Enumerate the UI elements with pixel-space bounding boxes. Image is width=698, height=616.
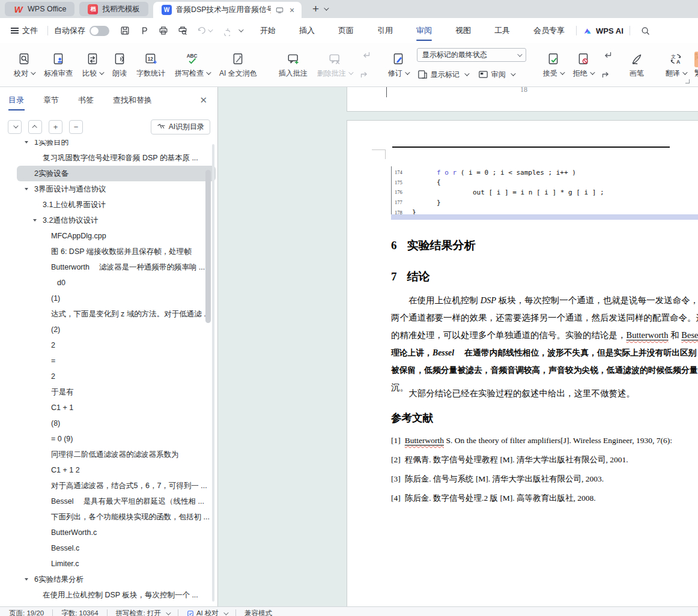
accept-change-button[interactable]: 接受	[538, 46, 568, 84]
spell-check-button[interactable]: ABC拼写检查	[170, 46, 214, 84]
expand-all-button[interactable]	[8, 120, 22, 134]
insert-comment-button[interactable]: 插入批注	[274, 46, 312, 84]
toc-item[interactable]: (1)	[0, 291, 218, 306]
collapse-all-button[interactable]	[28, 120, 42, 134]
markup-state-dropdown[interactable]: 显示标记的最终状态	[417, 48, 526, 62]
menu-item-0[interactable]: 开始	[259, 23, 276, 38]
close-tab-icon[interactable]: ×	[288, 5, 296, 15]
toc-item[interactable]: 下面列出，各个功能模块实现的函数，包括初 ...	[0, 509, 218, 525]
proofread-button[interactable]: 校对	[9, 46, 39, 84]
toc-item[interactable]: C1 + 1	[0, 400, 218, 415]
sidebar-scroll-track[interactable]	[212, 144, 214, 602]
ai-detect-toc-button[interactable]: AI识别目录	[151, 119, 210, 134]
quick-toolbar-dropdown-icon[interactable]	[234, 29, 246, 32]
track-changes-button[interactable]: 修订	[383, 46, 413, 84]
standard-review-button[interactable]: 标准审查	[39, 46, 77, 84]
compare-button[interactable]: 比较	[77, 46, 108, 84]
toc-item[interactable]: 同理得二阶低通滤波器的滤波器系数为	[0, 447, 218, 462]
next-change-icon[interactable]	[601, 68, 613, 80]
sidebar-scrollbar[interactable]	[205, 170, 211, 323]
file-menu-button[interactable]: 文件	[7, 25, 41, 36]
show-markup-button[interactable]: 显示标记	[417, 67, 468, 82]
tab-docer-templates[interactable]: 档 找稻壳模板	[79, 2, 148, 16]
reference-entry: [2]程佩青. 数字信号处理教程 [M]. 清华大学出版社有限公司, 2001.	[391, 450, 672, 470]
wps-ai-button[interactable]: WPS AI	[583, 26, 624, 35]
toc-item[interactable]: ButterWorth.c	[0, 525, 218, 540]
previous-comment-icon[interactable]	[359, 50, 371, 62]
toc-item[interactable]: 2	[0, 369, 218, 384]
undo-icon[interactable]	[192, 26, 216, 36]
ai-polish-button[interactable]: AI 全文润色	[214, 46, 262, 84]
ink-brush-button[interactable]: 画笔	[625, 46, 649, 84]
print-preview-icon[interactable]	[173, 25, 192, 36]
toc-item[interactable]: MFCAppDlg.cpp	[0, 228, 218, 244]
translate-button[interactable]: 文A翻译	[661, 46, 691, 84]
toc-item[interactable]: 2	[0, 337, 218, 353]
page-18-fragment[interactable]: 18	[347, 87, 698, 112]
ribbon-expand-icon[interactable]	[685, 79, 690, 83]
toc-item[interactable]: 对于高通滤波器，结合式5，6，7，可得到一 ...	[0, 478, 218, 494]
toc-item[interactable]: =	[0, 353, 218, 369]
toc-item[interactable]: Limiter.c	[0, 556, 218, 572]
zoom-out-toc-button[interactable]: −	[69, 120, 83, 134]
toc-item[interactable]: (8)	[0, 415, 218, 431]
toc-item[interactable]: 于是有	[0, 384, 218, 400]
toc-item[interactable]: 2实验设备	[17, 166, 216, 181]
to-simplified-button[interactable]: 繁→转简	[694, 66, 698, 80]
tab-find-replace[interactable]: 查找和替换	[113, 92, 152, 109]
menu-item-3[interactable]: 引用	[377, 23, 393, 38]
autosave-toggle[interactable]	[90, 26, 109, 36]
search-icon[interactable]	[636, 26, 655, 36]
review-pane-button[interactable]: 审阅	[478, 67, 514, 82]
save-icon[interactable]	[115, 25, 135, 36]
toc-item[interactable]: 3.2通信协议设计	[0, 213, 218, 228]
tab-contents[interactable]: 目录	[8, 92, 24, 109]
toc-collapse-icon[interactable]	[25, 188, 28, 190]
toc-item[interactable]: Bessel 是具有最大平坦的群延迟（线性相 ...	[0, 494, 218, 509]
zoom-in-toc-button[interactable]: +	[49, 120, 62, 134]
tab-document[interactable]: W 音频DSP技术与应用音频信号 ×	[153, 2, 302, 18]
toc-item[interactable]: 在使用上位机控制 DSP 板块，每次控制一个 ...	[0, 587, 218, 603]
toc-item[interactable]: C1 + 1 2	[0, 462, 218, 478]
menu-item-2[interactable]: 页面	[338, 23, 354, 38]
read-aloud-button[interactable]: 朗读	[108, 46, 132, 84]
print-icon[interactable]	[154, 25, 173, 36]
close-sidebar-icon[interactable]: ✕	[199, 95, 207, 106]
reject-change-button[interactable]: 拒绝	[568, 46, 598, 84]
toc-item[interactable]: 6实验结果分析	[0, 572, 218, 587]
export-pdf-icon[interactable]	[135, 25, 154, 36]
menu-item-6[interactable]: 工具	[494, 23, 511, 38]
toc-item[interactable]: (2)	[0, 322, 218, 337]
toc-item[interactable]: Bessel.c	[0, 540, 218, 556]
menu-item-4[interactable]: 审阅	[416, 23, 432, 38]
ai-proofread-status[interactable]: AI 校对	[187, 609, 227, 616]
toc-item[interactable]: d0	[0, 275, 218, 291]
toc-item[interactable]: 图 6: DSP 端接收数据并且保存帧，处理帧	[0, 244, 218, 259]
word-count-button[interactable]: 12字数统计	[132, 46, 170, 84]
toc-item[interactable]: = 0 (9)	[0, 431, 218, 447]
spellcheck-status[interactable]: 拼写检查: 打开	[116, 609, 169, 616]
toc-collapse-icon[interactable]	[33, 219, 37, 222]
redo-icon[interactable]	[216, 26, 234, 36]
menu-item-1[interactable]: 插入	[299, 23, 315, 38]
toc-item[interactable]: 3.1上位机界面设计	[0, 197, 218, 213]
reading-layout-icon[interactable]	[275, 5, 284, 14]
menu-item-5[interactable]: 视图	[455, 23, 472, 38]
tab-list-dropdown-icon[interactable]	[321, 2, 327, 13]
toc-item[interactable]: 复习巩固数字信号处理和音频 DSP 的基本原 ...	[0, 150, 218, 166]
previous-change-icon[interactable]	[601, 50, 613, 62]
menu-item-7[interactable]: 会员专享	[533, 23, 565, 38]
toc-item[interactable]: 达式，下面是变化到 z 域的方法。对于低通滤 ...	[0, 306, 218, 322]
toc-collapse-icon[interactable]	[25, 578, 28, 581]
tab-bookmarks[interactable]: 书签	[78, 92, 94, 109]
tab-wps-office[interactable]: W WPS Office	[5, 2, 74, 16]
toc-item[interactable]: Butterworth 滤波器是一种通频带的频率响 ...	[0, 259, 218, 275]
new-tab-button[interactable]: +	[312, 2, 319, 16]
next-comment-icon[interactable]	[359, 68, 371, 80]
page-19[interactable]: 174f o r ( i = 0 ; i < samples ; i++ )17…	[347, 120, 698, 606]
toc-item[interactable]: 1实验目的	[0, 140, 218, 150]
delete-comment-button[interactable]: 删除批注	[312, 46, 357, 84]
tab-chapters[interactable]: 章节	[43, 92, 59, 109]
toc-item[interactable]: 3界面设计与通信协议	[0, 181, 218, 197]
toc-collapse-icon[interactable]	[25, 141, 28, 143]
